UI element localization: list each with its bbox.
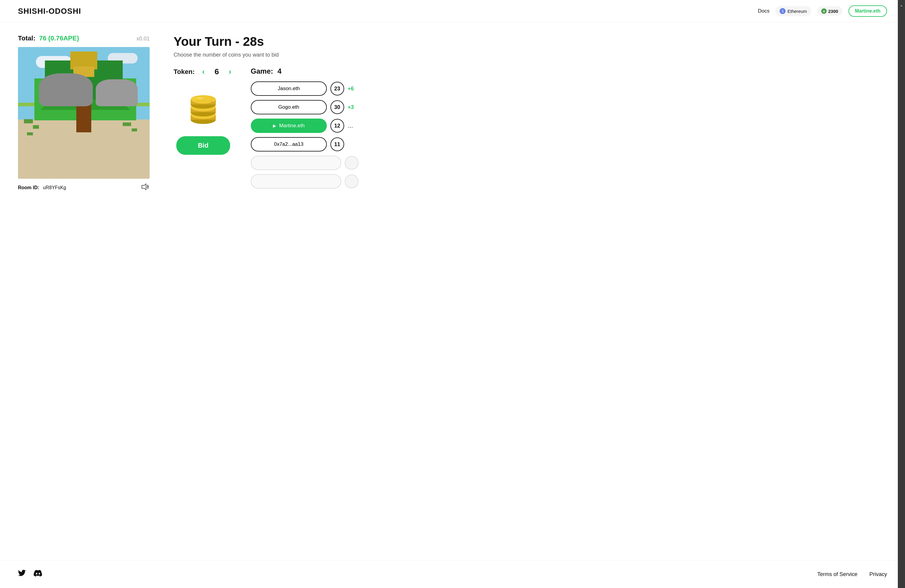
scrollbar: ⌃ [898,0,905,588]
bid-button[interactable]: Bid [176,136,230,155]
coin-image [181,82,225,127]
room-id-value: uR8YFsKg [43,185,66,190]
player-delta-1: +6 [348,86,359,92]
footer-links: Terms of Service Privacy [817,571,887,577]
player-name-btn-4[interactable]: 0x7a2...aa13 [251,137,327,151]
player-name-btn-2[interactable]: Gogo.eth [251,100,327,114]
token-label: Token: [173,68,195,76]
left-panel: Total: 76 (0.76APE) x0.01 [18,35,150,548]
discord-icon[interactable] [33,570,43,579]
coin-icon: ◎ [821,8,827,14]
game-controls: Token: ‹ 6 › [173,67,887,193]
privacy-link[interactable]: Privacy [869,571,887,577]
total-line: Total: 76 (0.76APE) x0.01 [18,35,150,42]
logo: SHISHI-ODOSHI [18,6,81,16]
player-score-3: 12 [330,119,344,133]
right-panel: Your Turn - 28s Choose the number of coi… [173,35,887,548]
turn-subtitle: Choose the number of coins you want to b… [173,52,887,58]
player-row-3: ▶ Martine.eth 12 ... [251,119,359,133]
player-row-1: Jason.eth 23 +6 [251,81,359,96]
footer-social [18,570,43,579]
network-name: Ethereum [788,9,807,14]
token-prev-button[interactable]: ‹ [200,67,206,76]
twitter-icon[interactable] [18,570,26,579]
room-info: Room ID: uR8YFsKg [18,184,150,192]
coins-amount: 2300 [828,9,838,14]
main-content: Total: 76 (0.76APE) x0.01 [0,22,905,561]
svg-marker-0 [142,184,146,190]
player-row-2: Gogo.eth 30 +3 [251,100,359,114]
sound-icon[interactable] [141,184,150,192]
network-badge: Ξ Ethereum [775,6,811,16]
docs-link[interactable]: Docs [758,8,770,14]
player-score-1: 23 [330,82,344,95]
empty-row-2 [251,174,359,189]
empty-name-2 [251,174,341,189]
empty-row-1 [251,156,359,170]
player-delta-2: +3 [348,104,359,110]
empty-score-1 [345,156,359,170]
game-canvas [18,47,150,179]
player-name-btn-3[interactable]: ▶ Martine.eth [251,119,327,133]
player-score-4: 11 [330,137,344,151]
empty-name-1 [251,156,341,170]
coins-badge: ◎ 2300 [817,6,842,16]
player-delta-3: ... [348,122,359,130]
game-section: Game: 4 Jason.eth 23 +6 Gogo.eth 30 +3 ▶ [251,67,359,193]
svg-point-11 [196,97,203,99]
header: SHISHI-ODOSHI Docs Ξ Ethereum ◎ 2300 Mar… [0,0,905,22]
player-score-2: 30 [330,100,344,114]
total-value: 76 (0.76APE) [39,35,79,42]
token-row: Token: ‹ 6 › [173,67,233,76]
multiplier: x0.01 [137,36,150,42]
token-next-button[interactable]: › [227,67,233,76]
header-nav: Docs Ξ Ethereum ◎ 2300 Martine.eth [758,5,888,17]
footer: Terms of Service Privacy [0,561,905,588]
play-icon: ▶ [273,123,276,128]
token-section: Token: ‹ 6 › [173,67,233,155]
player-row-4: 0x7a2...aa13 11 [251,137,359,151]
turn-title: Your Turn - 28s [173,35,887,49]
total-label: Total: [18,35,35,42]
game-title: Game: 4 [251,67,359,75]
room-id-label: Room ID: [18,185,39,190]
scroll-up-arrow[interactable]: ⌃ [898,3,905,11]
empty-score-2 [345,175,359,188]
svg-rect-13 [211,101,213,103]
user-button[interactable]: Martine.eth [848,5,887,17]
terms-link[interactable]: Terms of Service [817,571,857,577]
svg-rect-12 [193,97,195,100]
ethereum-icon: Ξ [780,8,786,14]
token-number: 6 [212,67,221,76]
player-name-btn-1[interactable]: Jason.eth [251,81,327,96]
